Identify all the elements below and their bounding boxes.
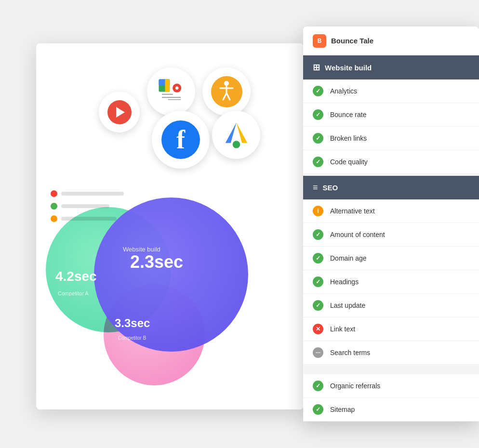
play-button-icon [107,100,132,124]
link-text-item[interactable]: ✕ Link text [303,317,479,341]
last-update-status-icon: ✓ [313,300,323,311]
alternative-text-label: Alternative text [330,207,375,215]
website-build-label: Website build [325,64,372,72]
search-terms-item[interactable]: ··· Search terms [303,341,479,365]
svg-point-18 [232,141,240,148]
sitemap-label: Sitemap [330,406,355,413]
google-maps-icon-circle [147,67,195,116]
analytics-item[interactable]: ✓ Analytics [303,79,479,103]
code-quality-status-icon: ✓ [313,157,323,167]
grid-icon: ⊞ [313,62,320,73]
bounce-rate-label: Bounce rate [330,111,367,119]
analytics-label: Analytics [330,87,357,95]
broken-links-item[interactable]: ✓ Broken links [303,127,479,150]
svg-marker-17 [236,122,247,143]
accessibility-svg [214,79,239,104]
bounce-rate-status-icon: ✓ [313,109,323,120]
competitor-b-sublabel: Competitor B [118,335,146,341]
headings-item[interactable]: ✓ Headings [303,270,479,294]
alternative-text-status-icon: i [313,206,323,216]
link-text-label: Link text [330,325,355,333]
seo-label: SEO [323,184,338,192]
section-spacer [303,365,479,374]
domain-age-item[interactable]: ✓ Domain age [303,247,479,270]
google-ads-icon-circle [212,111,260,159]
competitor-a-sublabel: Competitor A [58,290,89,296]
play-triangle-icon [116,107,125,118]
last-update-label: Last update [330,302,365,309]
svg-line-14 [226,93,230,100]
accessibility-icon-circle [202,67,251,116]
your-sites-label: 2.3sec [130,252,183,272]
google-ads-svg [221,119,252,151]
sitemap-status-icon: ✓ [313,404,323,415]
code-quality-label: Code quality [330,158,368,166]
bubbles-area: Website build 2.3sec 4.2sec Competitor A… [36,169,304,409]
facebook-icon: f [161,120,200,159]
organic-referrals-label: Organic referrals [330,382,380,390]
domain-age-status-icon: ✓ [313,253,323,264]
last-update-item[interactable]: ✓ Last update [303,294,479,317]
google-maps-svg [156,76,187,107]
search-terms-label: Search terms [330,349,370,356]
headings-status-icon: ✓ [313,277,323,287]
accessibility-icon [211,76,242,107]
svg-marker-16 [225,122,236,143]
bounce-tale-title: Bounce Tale [331,37,373,45]
website-build-header: ⊞ Website build [303,55,479,79]
bounce-tale-header: B Bounce Tale [303,26,479,55]
search-terms-status-icon: ··· [313,347,323,358]
facebook-icon-circle: f [152,111,210,169]
right-panel: B Bounce Tale ⊞ Website build ✓ Analytic… [303,26,479,422]
broken-links-status-icon: ✓ [313,133,323,144]
amount-of-content-item[interactable]: ✓ Amount of content [303,223,479,247]
svg-line-13 [223,93,226,100]
bounce-tale-logo-icon: B [313,34,326,48]
headings-label: Headings [330,278,359,286]
organic-referrals-status-icon: ✓ [313,381,323,391]
play-icon-circle [99,92,140,132]
amount-of-content-status-icon: ✓ [313,229,323,240]
competitor-a-label: 4.2sec [55,269,97,284]
left-card: f [36,43,304,409]
link-text-status-icon: ✕ [313,324,323,334]
alternative-text-item[interactable]: i Alternative text [303,199,479,223]
analytics-status-icon: ✓ [313,86,323,96]
broken-links-label: Broken links [330,134,367,142]
bounce-rate-item[interactable]: ✓ Bounce rate [303,103,479,127]
domain-age-label: Domain age [330,254,367,262]
bars-icon: ≡ [313,183,318,193]
svg-rect-3 [165,79,170,92]
organic-referrals-item[interactable]: ✓ Organic referrals [303,374,479,398]
competitor-b-label: 3.3sec [115,316,150,330]
svg-point-6 [175,86,178,90]
sitemap-item[interactable]: ✓ Sitemap [303,398,479,422]
amount-of-content-label: Amount of content [330,231,385,238]
seo-header: ≡ SEO [303,176,479,199]
code-quality-item[interactable]: ✓ Code quality [303,150,479,174]
